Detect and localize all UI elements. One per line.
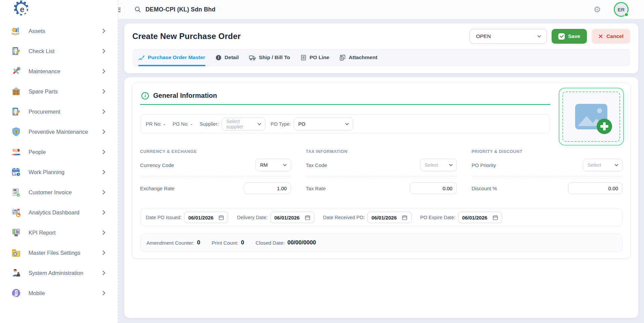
- supplier-select[interactable]: Select supplier: [222, 118, 265, 130]
- assets-icon: [11, 26, 21, 36]
- sidebar-item-work-planning[interactable]: Work Planning: [0, 162, 118, 182]
- tab-attachment[interactable]: Attachment: [339, 49, 377, 66]
- tax-code-label: Tax Code: [306, 162, 327, 168]
- tab-detail[interactable]: Detail: [215, 49, 239, 66]
- tax-information-column: TAX INFORMATION Tax Code Select Tax Rate…: [306, 149, 457, 194]
- calendar-icon[interactable]: [305, 215, 310, 220]
- tab-purchase-order-master[interactable]: Purchase Order Master: [138, 49, 205, 66]
- calendar-icon[interactable]: [218, 215, 224, 220]
- cancel-button[interactable]: Cancel: [592, 29, 630, 44]
- chevron-right-icon: [102, 29, 105, 33]
- chevron-right-icon: [102, 271, 105, 275]
- sidebar-item-label: Check List: [29, 48, 54, 54]
- chevron-down-icon: [283, 162, 287, 166]
- discount-label: Discount %: [472, 186, 497, 191]
- date-po-issued-label: Date PO Issued:: [146, 215, 181, 220]
- print-count-value: 0: [241, 239, 244, 246]
- po-type-select[interactable]: PO: [294, 118, 353, 130]
- close-icon: [598, 34, 603, 39]
- sidebar-item-analytics-dashboard[interactable]: Analytics Dashboard: [0, 202, 118, 223]
- chevron-right-icon: [102, 69, 105, 74]
- sidebar-nav: Assets Check List Maintenance Spare Part…: [0, 21, 118, 303]
- check-list-icon: [11, 46, 21, 56]
- amendment-counter-value: 0: [197, 239, 200, 246]
- section-divider: [140, 104, 550, 105]
- chevron-right-icon: [102, 150, 105, 154]
- save-button[interactable]: Save: [552, 29, 587, 44]
- chevron-down-icon: [614, 162, 618, 166]
- section-title: General Information: [153, 92, 217, 99]
- kpi-report-icon: KPI: [11, 228, 21, 238]
- sidebar: ⚙ e Assets Check List Maintenance: [0, 0, 118, 323]
- page-header-panel: Create New Purchase Order OPEN Save Canc…: [124, 24, 638, 73]
- online-status-dot: [624, 12, 629, 17]
- calendar-icon[interactable]: [492, 215, 498, 220]
- add-image-icon[interactable]: [597, 119, 612, 134]
- sidebar-item-label: Mobile: [29, 290, 45, 296]
- sidebar-item-maintenance[interactable]: Maintenance: [0, 61, 118, 81]
- master-files-settings-icon: [11, 248, 21, 258]
- sidebar-item-spare-parts[interactable]: Spare Parts: [0, 81, 118, 102]
- priority-discount-column: PRIORITY & DISCOUNT PO Priority Select D…: [472, 149, 622, 194]
- tax-code-select[interactable]: Select: [420, 159, 457, 171]
- tax-rate-label: Tax Rate: [306, 186, 326, 191]
- sidebar-item-mobile[interactable]: Mobile: [0, 283, 118, 303]
- sidebar-item-system-administration[interactable]: System Administration: [0, 263, 118, 283]
- chevron-down-icon: [537, 34, 541, 37]
- currency-code-select[interactable]: RM: [255, 159, 291, 171]
- calendar-icon[interactable]: [402, 215, 407, 220]
- sidebar-item-people[interactable]: People: [0, 142, 118, 162]
- image-upload-dropzone[interactable]: [559, 88, 624, 146]
- sidebar-item-label: System Administration: [29, 270, 83, 276]
- main-content: Create New Purchase Order OPEN Save Canc…: [118, 19, 644, 323]
- image-placeholder-icon: [575, 104, 607, 129]
- list-document-icon: [300, 54, 307, 61]
- exchange-rate-input[interactable]: 1.00: [244, 183, 291, 194]
- app-logo[interactable]: ⚙ e: [12, 0, 32, 20]
- status-select-value: OPEN: [476, 33, 491, 39]
- po-identity-row: PR No: - PO No: - Supplier: Select suppl…: [140, 114, 550, 134]
- info-circle-icon: [215, 54, 222, 61]
- people-icon: [11, 147, 21, 157]
- chevron-down-icon: [449, 162, 453, 166]
- date-received-po-label: Date Received PO:: [323, 215, 365, 220]
- sidebar-item-customer-invoice[interactable]: Customer Invoice: [0, 182, 118, 202]
- tax-rate-input[interactable]: 0.00: [410, 183, 457, 194]
- sidebar-item-procurement[interactable]: Procurement: [0, 102, 118, 122]
- procurement-icon: [11, 107, 21, 117]
- sidebar-item-label: Spare Parts: [29, 88, 58, 95]
- sidebar-item-master-files-settings[interactable]: Master Files Settings: [0, 243, 118, 263]
- tab-po-line[interactable]: PO Line: [300, 49, 330, 66]
- svg-text:KPI: KPI: [15, 235, 17, 236]
- sidebar-item-kpi-report[interactable]: KPI KPI Report: [0, 223, 118, 243]
- info-icon: i: [141, 92, 149, 99]
- po-no-label: PO No:: [173, 121, 189, 127]
- delivery-date-input[interactable]: 06/01/2026: [270, 212, 314, 223]
- user-avatar[interactable]: ER: [614, 2, 629, 17]
- settings-gear-icon[interactable]: ⚙: [594, 5, 601, 14]
- search-icon[interactable]: [134, 6, 141, 13]
- sidebar-item-label: Procurement: [29, 109, 60, 115]
- date-po-issued-input[interactable]: 06/01/2026: [184, 212, 228, 223]
- po-no-value: -: [190, 121, 192, 127]
- sidebar-item-preventive-maintenance[interactable]: Preventive Maintenance: [0, 122, 118, 142]
- general-information-card: i General Information PR No: -: [132, 83, 631, 259]
- pen-signature-icon: [138, 54, 145, 61]
- company-name[interactable]: DEMO-CPI (KL) Sdn Bhd: [145, 6, 215, 13]
- date-received-po-input[interactable]: 06/01/2026: [368, 212, 412, 223]
- amendment-counter-label: Amendment Counter:: [146, 240, 195, 246]
- tab-ship-bill-to[interactable]: Ship / Bill To: [249, 49, 290, 66]
- discount-input[interactable]: 0.00: [568, 183, 622, 194]
- sidebar-item-assets[interactable]: Assets: [0, 21, 118, 41]
- po-priority-label: PO Priority: [472, 162, 496, 168]
- sidebar-item-label: Customer Invoice: [29, 189, 72, 196]
- status-select[interactable]: OPEN: [470, 29, 547, 44]
- customer-invoice-icon: [11, 187, 21, 197]
- po-priority-select[interactable]: Select: [583, 159, 622, 171]
- chevron-right-icon: [102, 250, 105, 255]
- chevron-right-icon: [102, 190, 105, 195]
- chevron-right-icon: [102, 170, 105, 174]
- sidebar-item-check-list[interactable]: Check List: [0, 41, 118, 61]
- po-expire-date-input[interactable]: 06/01/2026: [458, 212, 502, 223]
- sidebar-item-label: Analytics Dashboard: [29, 209, 79, 216]
